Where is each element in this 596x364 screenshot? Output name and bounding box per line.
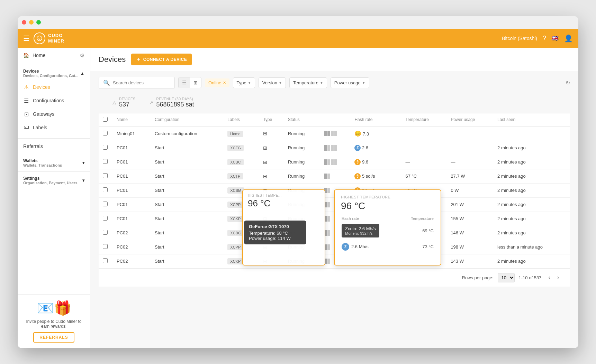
device-name: PC01 bbox=[112, 197, 151, 212]
device-config: Start bbox=[151, 254, 223, 268]
next-page-button[interactable]: › bbox=[554, 273, 562, 282]
row-checkbox[interactable] bbox=[103, 202, 108, 206]
hotbox-row2: Z 2.6 Mh/s 73 °C bbox=[342, 240, 434, 254]
device-status: Running bbox=[284, 126, 320, 141]
row-checkbox[interactable] bbox=[103, 145, 108, 150]
version-filter[interactable]: Version ▼ bbox=[259, 77, 286, 88]
row-checkbox[interactable] bbox=[103, 173, 108, 178]
device-temp: — bbox=[401, 141, 447, 155]
gpu-header bbox=[320, 113, 351, 127]
revenue-stat-value: 56861895 sat bbox=[156, 101, 194, 108]
configuration-header[interactable]: Configuration bbox=[151, 113, 223, 127]
type-header[interactable]: Type bbox=[259, 113, 284, 127]
connect-device-button[interactable]: ＋ CONNECT A DEVICE bbox=[131, 54, 192, 65]
search-icon: 🔍 bbox=[103, 80, 110, 86]
device-hashrate: ₿ 9.6 bbox=[350, 155, 401, 169]
device-label-badge: XCKP bbox=[227, 258, 243, 264]
rows-per-page-label: Rows per page: bbox=[462, 275, 494, 280]
device-name: PC02 bbox=[112, 240, 151, 254]
devices-stat-value: 537 bbox=[119, 101, 135, 108]
wallets-header[interactable]: Wallets Wallets, Transactions ▾ bbox=[18, 156, 90, 170]
device-name: PC02 bbox=[112, 254, 151, 268]
sidebar-item-configurations[interactable]: ☰ Configurations bbox=[18, 94, 90, 108]
device-config: Start bbox=[151, 197, 223, 212]
devices-stat-label: DEVICES bbox=[119, 97, 135, 101]
row-checkbox[interactable] bbox=[103, 216, 108, 221]
online-filter-label: Online bbox=[208, 80, 222, 85]
help-icon[interactable]: ? bbox=[543, 35, 546, 42]
collapse-icon[interactable]: ▲ bbox=[80, 71, 84, 76]
language-icon[interactable]: 🇬🇧 bbox=[552, 35, 559, 41]
gpu-bars bbox=[324, 159, 346, 165]
row-checkbox[interactable] bbox=[103, 159, 108, 164]
lastseen-header[interactable]: Last seen bbox=[493, 113, 570, 127]
divider1 bbox=[18, 138, 90, 139]
sidebar-item-devices[interactable]: ⚠ Devices bbox=[18, 81, 90, 94]
device-power: 201 W bbox=[446, 197, 493, 212]
stats-row: △ DEVICES 537 ↗ REVENUE (30 DAYS) 568618… bbox=[99, 94, 570, 113]
devices-icon: ⚠ bbox=[23, 84, 29, 91]
devices-stat: △ DEVICES 537 bbox=[112, 97, 135, 108]
maximize-btn[interactable] bbox=[36, 20, 41, 25]
device-label-badge: XCBC bbox=[227, 159, 244, 165]
devices-group-label: Devices bbox=[23, 69, 79, 74]
os-icon: ⊞ bbox=[263, 159, 267, 165]
search-box[interactable]: 🔍 bbox=[99, 77, 175, 89]
sidebar-item-labels[interactable]: 🏷 Labels bbox=[18, 121, 90, 134]
remove-online-filter[interactable]: ✕ bbox=[223, 81, 226, 85]
device-lastseen: 2 minutes ago bbox=[493, 183, 570, 197]
grid-view-button[interactable]: ⊞ bbox=[190, 77, 201, 88]
sidebar-item-referrals[interactable]: Referrals bbox=[18, 140, 90, 152]
search-input[interactable] bbox=[113, 80, 170, 85]
sidebar-home[interactable]: 🏠 Home ⚙ bbox=[18, 48, 90, 63]
table-area: 🔍 ☰ ⊞ Online ✕ Type ▼ bbox=[90, 71, 578, 348]
gateways-icon: ⊡ bbox=[23, 111, 29, 118]
device-config: Start bbox=[151, 155, 223, 169]
hotbox-left-temp: 96 °C bbox=[248, 198, 320, 209]
divider3 bbox=[18, 171, 90, 172]
labels-icon: 🏷 bbox=[23, 124, 29, 131]
row-checkbox[interactable] bbox=[103, 258, 108, 263]
power-filter-label: Power usage bbox=[334, 80, 361, 85]
sidebar: 🏠 Home ⚙ Devices Devices, Configurations… bbox=[18, 48, 90, 348]
power-filter[interactable]: Power usage ▼ bbox=[331, 77, 369, 88]
revenue-stat: ↗ REVENUE (30 DAYS) 56861895 sat bbox=[149, 97, 194, 108]
temperature-header[interactable]: Temperature bbox=[401, 113, 447, 127]
wallets-label: Wallets bbox=[23, 158, 62, 163]
settings-icon[interactable]: ⚙ bbox=[80, 52, 84, 59]
hotbox-row2-temp: 73 °C bbox=[399, 240, 434, 254]
prev-page-button[interactable]: ‹ bbox=[545, 273, 553, 282]
rows-per-page-select[interactable]: 10 25 50 bbox=[498, 273, 515, 282]
sidebar-item-gateways[interactable]: ⊡ Gateways bbox=[18, 108, 90, 121]
online-filter[interactable]: Online ✕ bbox=[205, 78, 229, 87]
row-checkbox[interactable] bbox=[103, 131, 108, 136]
refresh-button[interactable]: ↻ bbox=[566, 80, 570, 86]
list-view-button[interactable]: ☰ bbox=[179, 77, 190, 88]
referrals-button[interactable]: REFERRALS bbox=[33, 332, 74, 343]
select-all-header[interactable] bbox=[99, 113, 112, 127]
hamburger-icon[interactable]: ☰ bbox=[23, 34, 29, 43]
type-filter[interactable]: Type ▼ bbox=[233, 77, 255, 88]
name-header[interactable]: Name ↑ bbox=[112, 113, 151, 127]
row-checkbox[interactable] bbox=[103, 244, 108, 249]
table-header-row: Name ↑ Configuration Labels Type Status … bbox=[99, 113, 570, 127]
gpu-tooltip: GeForce GTX 1070 Temperature: 68 °C Powe… bbox=[244, 221, 306, 244]
home-label: Home bbox=[33, 53, 45, 58]
row-checkbox[interactable] bbox=[103, 187, 108, 192]
user-icon[interactable]: 👤 bbox=[564, 34, 573, 43]
power-header[interactable]: Power usage bbox=[446, 113, 493, 127]
row-checkbox[interactable] bbox=[103, 230, 108, 235]
settings-header[interactable]: Settings Organisation, Payment, Users ▾ bbox=[18, 173, 90, 188]
logo: C CUDOMINER bbox=[34, 32, 64, 44]
device-power: 27.7 W bbox=[446, 169, 493, 183]
svg-text:C: C bbox=[38, 37, 40, 40]
temperature-filter[interactable]: Temperature ▼ bbox=[289, 77, 327, 88]
minimize-btn[interactable] bbox=[29, 20, 34, 25]
hashrate-header[interactable]: Hash rate bbox=[350, 113, 401, 127]
close-btn[interactable] bbox=[22, 20, 26, 25]
status-header[interactable]: Status bbox=[284, 113, 320, 127]
device-status: Running bbox=[284, 169, 320, 183]
device-config: Start bbox=[151, 169, 223, 183]
labels-header[interactable]: Labels bbox=[223, 113, 259, 127]
devices-group-header[interactable]: Devices Devices, Configurations, Gat... … bbox=[18, 66, 90, 81]
